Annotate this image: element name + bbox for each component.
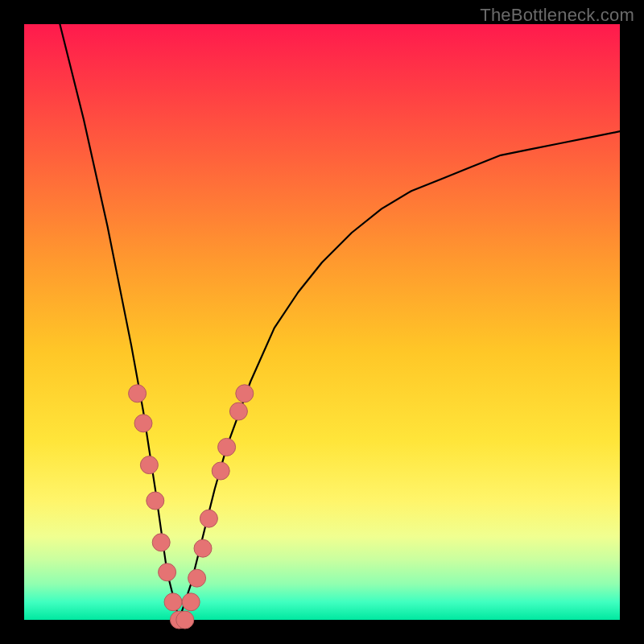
watermark-text: TheBottleneck.com	[480, 5, 634, 26]
marker-point	[140, 456, 158, 474]
marker-point	[182, 593, 200, 611]
marker-point	[194, 539, 212, 557]
marker-point	[229, 402, 247, 420]
marker-point	[200, 510, 217, 527]
marker-point	[212, 462, 229, 480]
marker-point	[152, 534, 170, 551]
curve-path	[60, 24, 620, 620]
marker-point	[164, 593, 182, 611]
bottleneck-curve	[60, 24, 620, 620]
curve-layer	[24, 24, 620, 620]
curve-markers	[129, 385, 254, 629]
marker-point	[147, 492, 164, 510]
chart-frame: TheBottleneck.com	[0, 0, 644, 644]
marker-point	[176, 611, 194, 629]
marker-point	[159, 564, 176, 581]
marker-point	[188, 569, 206, 587]
marker-point	[134, 415, 152, 432]
marker-point	[218, 438, 236, 456]
plot-area	[24, 24, 620, 620]
marker-point	[236, 385, 254, 402]
marker-point	[129, 385, 147, 402]
